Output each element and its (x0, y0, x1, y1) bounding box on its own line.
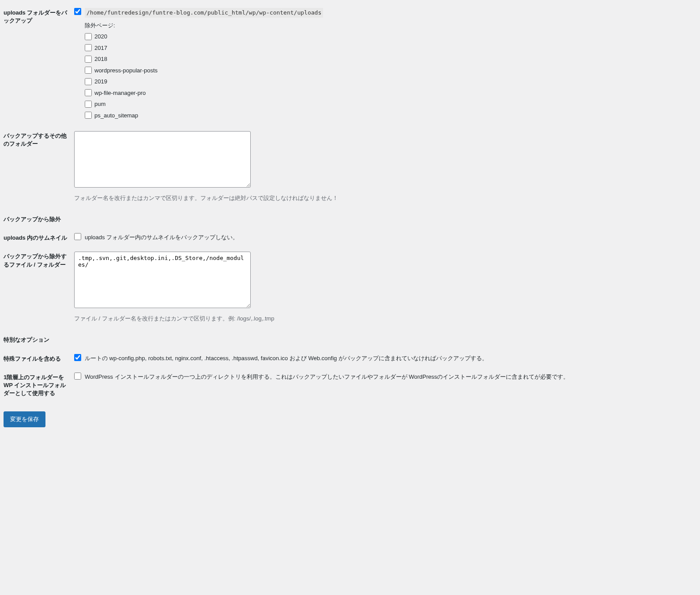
exclude-item-checkbox[interactable] (85, 56, 92, 63)
exclude-item: ps_auto_sitemap (85, 111, 692, 120)
exclude-item: 2020 (85, 32, 692, 41)
exclude-list: 2020 2017 2018 (85, 32, 692, 120)
special-files-label: 特殊ファイルを含める (4, 350, 74, 368)
uploads-thumbnails-label: uploads 内のサムネイル (4, 229, 74, 247)
exclude-item: 2019 (85, 77, 692, 86)
uploads-thumbnails-checkbox[interactable] (74, 233, 81, 240)
exclude-pages-label: 除外ページ: (85, 21, 692, 30)
uploads-path: /home/funtredesign/funtre-blog.com/publi… (85, 8, 323, 18)
exclude-item-checkbox[interactable] (85, 33, 92, 40)
exclude-item-checkbox[interactable] (85, 89, 92, 96)
exclude-section-header: バックアップから除外 (4, 207, 74, 229)
one-level-up-text: WordPress インストールフォルダーの一つ上のディレクトリを利用する。これ… (85, 373, 692, 381)
uploads-thumbnails-text: uploads フォルダー内のサムネイルをバックアップしない。 (85, 233, 692, 242)
exclude-item-checkbox[interactable] (85, 44, 92, 51)
uploads-backup-checkbox[interactable] (74, 8, 81, 15)
other-folders-description: フォルダー名を改行またはカンマで区切ります。フォルダーは絶対パスで設定しなければ… (74, 194, 692, 203)
special-files-text: ルートの wp-config.php, robots.txt, nginx.co… (85, 354, 692, 363)
special-section-header: 特別なオプション (4, 327, 74, 349)
exclude-item-label: ps_auto_sitemap (94, 111, 138, 120)
exclude-files-description: ファイル / フォルダー名を改行またはカンマで区切ります。例: /logs/,.… (74, 314, 692, 323)
exclude-item-label: 2018 (94, 55, 107, 64)
exclude-item: pum (85, 100, 692, 109)
exclude-files-textarea[interactable] (74, 252, 251, 308)
exclude-item: 2018 (85, 55, 692, 64)
exclude-item-label: 2019 (94, 77, 107, 86)
exclude-item: wp-file-manager-pro (85, 89, 692, 98)
exclude-item-checkbox[interactable] (85, 101, 92, 108)
exclude-item-label: wordpress-popular-posts (94, 66, 158, 75)
exclude-files-label: バックアップから除外するファイル / フォルダー (4, 247, 74, 327)
other-folders-label: バックアップするその他のフォルダー (4, 127, 74, 207)
exclude-item-checkbox[interactable] (85, 67, 92, 74)
exclude-item-checkbox[interactable] (85, 112, 92, 119)
exclude-item-label: pum (94, 100, 105, 109)
exclude-item-label: 2017 (94, 44, 107, 53)
one-level-up-label: 1階層上のフォルダーを WP インストールフォルダーとして使用する (4, 368, 74, 403)
uploads-backup-label: uploads フォルダーをバックアップ (4, 4, 74, 127)
save-button[interactable]: 変更を保存 (4, 411, 45, 427)
special-files-checkbox[interactable] (74, 354, 81, 361)
one-level-up-checkbox[interactable] (74, 373, 81, 380)
other-folders-textarea[interactable] (74, 131, 251, 188)
exclude-item-label: 2020 (94, 32, 107, 41)
exclude-item: 2017 (85, 44, 692, 53)
exclude-item: wordpress-popular-posts (85, 66, 692, 75)
exclude-item-label: wp-file-manager-pro (94, 89, 146, 98)
exclude-item-checkbox[interactable] (85, 78, 92, 85)
